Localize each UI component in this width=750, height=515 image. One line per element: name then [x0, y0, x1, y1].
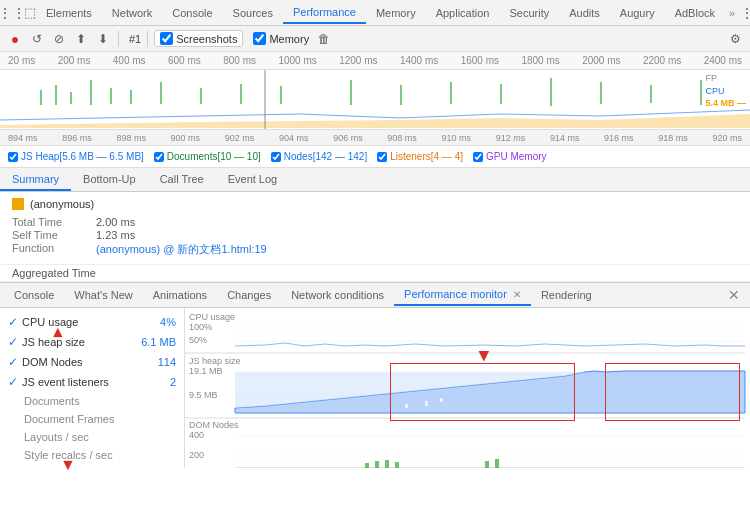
drawer-rendering-tab[interactable]: Rendering [531, 285, 602, 305]
function-section: (anonymous) [12, 198, 738, 210]
tab-augury[interactable]: Augury [610, 3, 665, 23]
metric-documents[interactable]: Documents [0, 392, 184, 410]
gpu-checkbox[interactable] [473, 152, 483, 162]
drawer-animations-tab[interactable]: Animations [143, 285, 217, 305]
main-bottom: ✓ CPU usage 4% ✓ JS heap size ▼ 6.1 MB ✓… [0, 308, 750, 468]
legend-jsheap: JS Heap[5.6 MB — 6.5 MB] [8, 151, 144, 162]
jsheap-value: 6.1 MB [141, 336, 176, 348]
drawer-networkconditions-tab[interactable]: Network conditions [281, 285, 394, 305]
stylerecalcs-name: Style recalcs / sec [8, 449, 176, 461]
upload-button[interactable]: ⬆ [72, 30, 90, 48]
svg-rect-10 [350, 80, 352, 105]
tab-console[interactable]: Console [162, 3, 222, 23]
tab-summary[interactable]: Summary [0, 168, 71, 191]
settings-button[interactable]: ⚙ [726, 30, 744, 48]
metric-dom[interactable]: ✓ DOM Nodes 114 [0, 352, 184, 372]
svg-rect-48 [495, 459, 499, 468]
drawer-console-tab[interactable]: Console [4, 285, 64, 305]
tab-eventlog[interactable]: Event Log [216, 168, 290, 191]
perfmonitor-close-icon[interactable]: ✕ [513, 289, 521, 300]
record-button[interactable]: ● [6, 30, 24, 48]
reload-button[interactable]: ↺ [28, 30, 46, 48]
svg-rect-16 [650, 85, 652, 103]
svg-rect-11 [400, 85, 402, 105]
timeline-area[interactable]: FP CPU 5.4 MB — [0, 70, 750, 130]
svg-rect-9 [280, 86, 282, 104]
download-button[interactable]: ⬇ [94, 30, 112, 48]
drawer-perfmonitor-tab[interactable]: Performance monitor ✕ [394, 284, 531, 306]
svg-rect-7 [200, 88, 202, 104]
svg-text:50%: 50% [189, 335, 207, 345]
drawer-whatsnew-tab[interactable]: What's New [64, 285, 142, 305]
clear-button[interactable]: ⊘ [50, 30, 68, 48]
svg-rect-46 [395, 462, 399, 468]
svg-rect-3 [90, 80, 92, 105]
more-options-icon[interactable]: ⋮ [739, 5, 750, 21]
summary-content: (anonymous) Total Time 2.00 ms Self Time… [0, 192, 750, 265]
jsevents-value: 2 [170, 376, 176, 388]
tab-sources[interactable]: Sources [223, 3, 283, 23]
svg-text:100%: 100% [189, 322, 212, 332]
tab-performance[interactable]: Performance [283, 2, 366, 24]
dom-value: 114 [158, 356, 176, 368]
svg-rect-47 [485, 461, 489, 468]
devtools-icon[interactable]: ⋮⋮ [4, 5, 20, 21]
tab-adblock[interactable]: AdBlock [665, 3, 725, 23]
jsevents-check-icon: ✓ [8, 375, 18, 389]
svg-rect-4 [110, 88, 112, 104]
metrics-panel: ✓ CPU usage 4% ✓ JS heap size ▼ 6.1 MB ✓… [0, 308, 185, 468]
memory-label: Memory [269, 33, 309, 45]
metric-layouts[interactable]: Layouts / sec [0, 428, 184, 446]
total-time-row: Total Time 2.00 ms [12, 216, 738, 228]
svg-rect-34 [425, 401, 428, 406]
docs-checkbox[interactable] [154, 152, 164, 162]
layouts-name: Layouts / sec [8, 431, 176, 443]
trash-button[interactable]: 🗑 [315, 30, 333, 48]
metric-cpu[interactable]: ✓ CPU usage 4% [0, 312, 184, 332]
summary-tabs: Summary Bottom-Up Call Tree Event Log [0, 168, 750, 192]
total-time-value: 2.00 ms [96, 216, 135, 228]
svg-rect-5 [130, 90, 132, 104]
legend-listeners: Listeners[4 — 4] [377, 151, 463, 162]
listeners-checkbox[interactable] [377, 152, 387, 162]
drawer-changes-tab[interactable]: Changes [217, 285, 281, 305]
jsheap-check-icon: ✓ [8, 335, 18, 349]
fp-labels: FP CPU 5.4 MB — [705, 72, 746, 110]
top-tab-bar: ⋮⋮ ⬚ Elements Network Console Sources Pe… [0, 0, 750, 26]
tab-security[interactable]: Security [499, 3, 559, 23]
svg-text:DOM Nodes: DOM Nodes [189, 420, 239, 430]
tab-network[interactable]: Network [102, 3, 162, 23]
metric-docframes[interactable]: Document Frames [0, 410, 184, 428]
screenshots-toggle[interactable]: Screenshots [154, 30, 243, 47]
ruler-marks: 20 ms 200 ms 400 ms 600 ms 800 ms 1000 m… [8, 55, 742, 66]
memory-checkbox[interactable] [253, 32, 266, 45]
svg-rect-15 [600, 82, 602, 104]
dom-check-icon: ✓ [8, 355, 18, 369]
screenshots-label: Screenshots [176, 33, 237, 45]
function-link[interactable]: (anonymous) @ 新的文档1.html:19 [96, 242, 267, 257]
svg-text:9.5 MB: 9.5 MB [189, 390, 218, 400]
nodes-checkbox[interactable] [271, 152, 281, 162]
jsevents-name: JS event listeners [22, 376, 166, 388]
tab-application[interactable]: Application [426, 3, 500, 23]
svg-rect-45 [385, 460, 389, 468]
metric-stylerecalcs[interactable]: Style recalcs / sec ▼ [0, 446, 184, 464]
tab-memory[interactable]: Memory [366, 3, 426, 23]
inspect-icon[interactable]: ⬚ [24, 5, 36, 21]
tab-bottomup[interactable]: Bottom-Up [71, 168, 148, 191]
drawer-close-icon[interactable]: ✕ [722, 287, 746, 303]
function-color-box [12, 198, 24, 210]
function-name: (anonymous) [30, 198, 94, 210]
cpu-name: CPU usage [22, 316, 156, 328]
tab-elements[interactable]: Elements [36, 3, 102, 23]
tab-calltree[interactable]: Call Tree [148, 168, 216, 191]
tab-audits[interactable]: Audits [559, 3, 610, 23]
profile-label: #1 [129, 33, 141, 45]
memory-toggle[interactable]: Memory [253, 32, 309, 45]
screenshots-checkbox[interactable] [160, 32, 173, 45]
metric-jsevents[interactable]: ✓ JS event listeners 2 [0, 372, 184, 392]
metric-jsheap[interactable]: ✓ JS heap size ▼ 6.1 MB [0, 332, 184, 352]
jsheap-checkbox[interactable] [8, 152, 18, 162]
seconds-marks: 894 ms 896 ms 898 ms 900 ms 902 ms 904 m… [0, 133, 750, 143]
svg-text:JS heap size: JS heap size [189, 356, 241, 366]
